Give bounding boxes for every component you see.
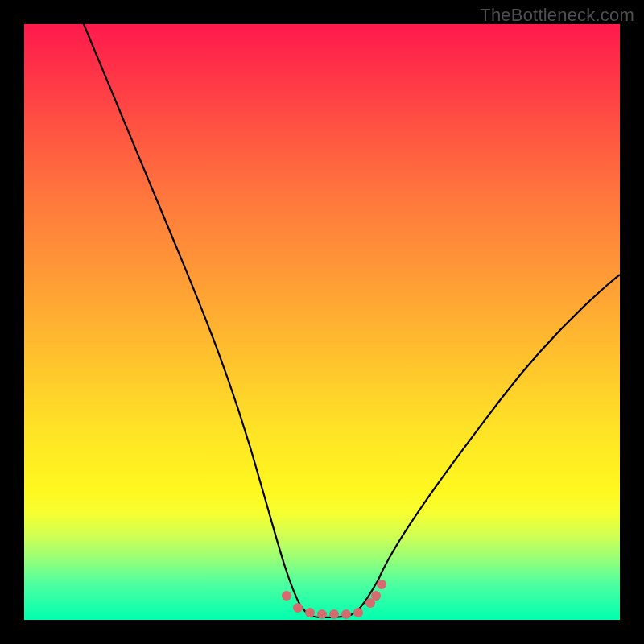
- valley-marker: [341, 609, 351, 619]
- plot-area: [24, 24, 620, 620]
- chart-frame: TheBottleneck.com: [0, 0, 644, 644]
- valley-marker: [377, 580, 386, 589]
- valley-marker: [353, 608, 363, 617]
- valley-marker: [293, 603, 303, 613]
- valley-marker: [282, 591, 291, 601]
- valley-marker: [317, 609, 327, 619]
- curve-layer: [24, 24, 620, 620]
- valley-marker: [371, 591, 381, 601]
- valley-marker: [305, 608, 315, 617]
- bottleneck-curve: [84, 24, 620, 617]
- watermark-text: TheBottleneck.com: [480, 5, 634, 26]
- valley-marker: [329, 609, 339, 619]
